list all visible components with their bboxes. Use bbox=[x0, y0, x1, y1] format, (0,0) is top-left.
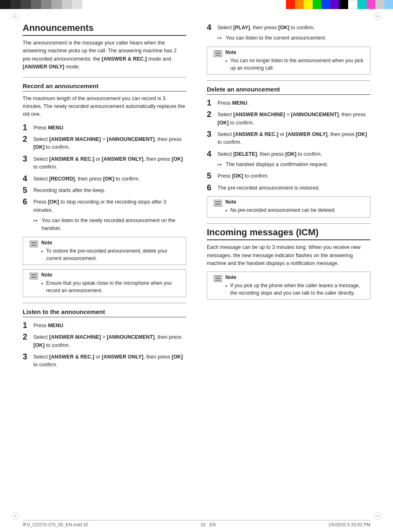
note-text-record-1: To restore the pre-recorded announcement… bbox=[46, 247, 182, 262]
step-delete-6: 6 The pre-recorded announcement is resto… bbox=[207, 183, 370, 192]
left-column: Announcements The announcement is the me… bbox=[23, 23, 190, 516]
note-box-delete: Note • No pre-recorded announcement can … bbox=[207, 196, 370, 218]
sub-bullet-record: ↦ You can listen to the newly recorded a… bbox=[33, 217, 186, 233]
page-footer: IFU_CD270-275_05_EN.indd 32 32 EN 1/5/20… bbox=[23, 520, 370, 527]
footer-date-time: 1/5/2010 5:33:02 PM bbox=[328, 522, 370, 527]
step-listen-3: 3 Select [ANSWER & REC.] or [ANSWER ONLY… bbox=[23, 352, 186, 369]
section-title-icm: Incoming messages (ICM) bbox=[207, 227, 370, 240]
section-title-announcements: Announcements bbox=[23, 23, 186, 36]
note-box-record-2: Note • Ensure that you speak close to th… bbox=[23, 269, 186, 297]
divider-icm bbox=[207, 223, 370, 224]
divider-listen bbox=[23, 303, 186, 303]
divider-record bbox=[23, 77, 186, 77]
note-icon-record-2 bbox=[26, 272, 41, 279]
note-text-record-2: Ensure that you speak close to the micro… bbox=[46, 279, 182, 294]
step-record-1: 1 Press MENU. bbox=[23, 123, 186, 132]
step-delete-4: 4 Select [DELETE], then press [OK] to co… bbox=[207, 149, 370, 158]
note-text-listen: You can no longer listen to the announce… bbox=[230, 57, 367, 72]
footer-file-info: IFU_CD270-275_05_EN.indd 32 bbox=[23, 522, 88, 527]
step-delete-1: 1 Press MENU. bbox=[207, 98, 370, 107]
note-icon-record-1 bbox=[26, 240, 41, 247]
step-record-2: 2 Select [ANSWER MACHINE] > [ANNOUNCEMEN… bbox=[23, 134, 186, 152]
note-icon-icm bbox=[211, 274, 225, 282]
step-delete-5: 5 Press [OK] to confirm. bbox=[207, 171, 370, 180]
subsection-title-listen: Listen to the announcement bbox=[23, 308, 186, 317]
note-label-listen: Note bbox=[225, 49, 236, 55]
step-delete-2: 2 Select [ANSWER MACHINE] > [ANNOUNCEMEN… bbox=[207, 110, 370, 127]
subsection-title-delete: Delete an announcement bbox=[207, 86, 370, 95]
note-text-delete: No pre-recorded announcement can be dele… bbox=[230, 206, 336, 214]
note-box-listen: Note • You can no longer listen to the a… bbox=[207, 47, 370, 75]
footer-page-num: 32 EN bbox=[201, 522, 216, 527]
step-listen-1: 1 Press MENU. bbox=[23, 321, 186, 330]
note-box-icm: Note • If you pick up the phone when the… bbox=[207, 272, 370, 300]
record-desc: The maximum length of the announcement y… bbox=[23, 95, 186, 119]
reg-mark-top-left bbox=[12, 12, 19, 20]
color-bars bbox=[0, 0, 393, 9]
note-label-delete: Note bbox=[225, 199, 236, 205]
step-delete-3: 3 Select [ANSWER & REC.] or [ANSWER ONLY… bbox=[207, 129, 370, 147]
divider-delete bbox=[207, 80, 370, 81]
note-icon-listen bbox=[211, 49, 225, 57]
reg-mark-bottom-right bbox=[374, 512, 381, 520]
note-label-record-2: Note bbox=[41, 272, 52, 278]
sub-bullet-listen-4: ↦ You can listen to the current announce… bbox=[218, 34, 370, 42]
note-text-icm: If you pick up the phone when the caller… bbox=[230, 282, 367, 297]
step-record-4: 4 Select [RECORD], then press [OK] to co… bbox=[23, 174, 186, 183]
subsection-title-record: Record an announcement bbox=[23, 82, 186, 91]
step-listen-4: 4 Select [PLAY], then press [OK] to conf… bbox=[207, 23, 370, 32]
color-bar-left bbox=[0, 0, 82, 9]
step-listen-2: 2 Select [ANSWER MACHINE] > [ANNOUNCEMEN… bbox=[23, 332, 186, 349]
reg-mark-bottom-left bbox=[12, 512, 19, 520]
icm-description: Each message can be up to 3 minutes long… bbox=[207, 244, 370, 267]
right-column: 4 Select [PLAY], then press [OK] to conf… bbox=[203, 23, 370, 516]
reg-mark-top-right bbox=[374, 12, 381, 20]
note-icon-delete bbox=[211, 199, 225, 206]
confirmation-request-text: The handset displays a confirmation requ… bbox=[226, 161, 328, 169]
sub-bullet-delete-4: ↦ The handset displays a confirmation re… bbox=[218, 161, 370, 169]
page-content: Announcements The announcement is the me… bbox=[23, 23, 370, 516]
step-record-5: 5 Recording starts after the beep. bbox=[23, 185, 186, 195]
color-bar-right bbox=[286, 0, 393, 9]
note-box-record-1: Note • To restore the pre-recorded annou… bbox=[23, 237, 186, 265]
section-description: The announcement is the message your cal… bbox=[23, 39, 186, 71]
step-record-6: 6 Press [OK] to stop recording or the re… bbox=[23, 197, 186, 214]
step-record-3: 3 Select [ANSWER & REC.] or [ANSWER ONLY… bbox=[23, 154, 186, 171]
note-label-record-1: Note bbox=[41, 240, 52, 246]
note-label-icm: Note bbox=[225, 274, 236, 280]
